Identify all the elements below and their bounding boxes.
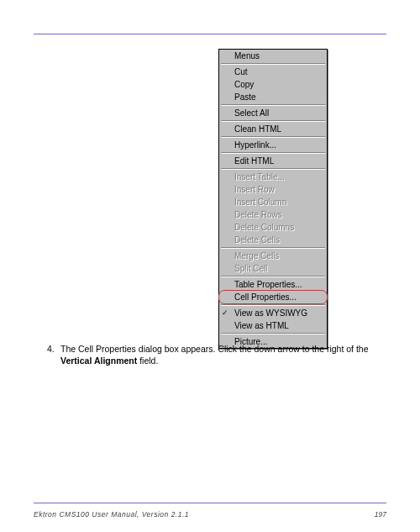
footer-page-number: 197	[375, 510, 386, 519]
menu-item[interactable]: Menus	[219, 50, 327, 62]
menu-item[interactable]: Cell Properties...	[219, 291, 327, 303]
step-bold: Vertical Alignment	[60, 356, 137, 366]
menu-separator	[221, 168, 325, 170]
menu-item: Delete Rows	[219, 208, 327, 221]
menu-item[interactable]: Edit HTML	[219, 155, 327, 167]
context-menu: MenusCutCopyPasteSelect AllClean HTMLHyp…	[218, 49, 328, 349]
menu-separator	[221, 333, 325, 334]
menu-item: Insert Column	[219, 196, 327, 208]
menu-item: Insert Row	[219, 183, 327, 196]
step-paragraph: 4. The Cell Properties dialog box appear…	[60, 343, 378, 366]
menu-separator	[221, 247, 325, 249]
menu-separator	[221, 104, 325, 106]
footer-left: Ektron CMS100 User Manual, Version 2.1.1	[34, 510, 189, 519]
checkmark-icon: ✓	[222, 308, 228, 319]
menu-separator	[221, 152, 325, 154]
menu-separator	[221, 136, 325, 138]
step-number: 4.	[47, 343, 55, 355]
menu-item: Insert Table...	[219, 171, 327, 183]
menu-separator	[221, 120, 325, 122]
menu-separator	[221, 63, 325, 65]
top-rule	[34, 34, 386, 34]
menu-item[interactable]: Select All	[219, 107, 327, 119]
menu-item: Delete Columns	[219, 221, 327, 234]
step-text-before: The Cell Properties dialog box appears. …	[60, 344, 369, 354]
menu-item[interactable]: View as WYSIWYG✓	[219, 307, 327, 319]
menu-item: Delete Cells	[219, 234, 327, 246]
step-text-after: field.	[137, 356, 158, 366]
menu-item[interactable]: Cut	[219, 66, 327, 78]
menu-item[interactable]: Paste	[219, 91, 327, 103]
menu-item: Split Cell	[219, 262, 327, 275]
menu-item[interactable]: Clean HTML	[219, 123, 327, 135]
menu-item[interactable]: Table Properties...	[219, 278, 327, 291]
menu-item[interactable]: View as HTML	[219, 319, 327, 332]
menu-item: Merge Cells	[219, 250, 327, 262]
menu-separator	[221, 304, 325, 306]
menu-item[interactable]: Copy	[219, 78, 327, 91]
footer-rule	[34, 503, 386, 503]
page: MenusCutCopyPasteSelect AllClean HTMLHyp…	[0, 0, 420, 532]
menu-item[interactable]: Hyperlink...	[219, 139, 327, 151]
menu-separator	[221, 276, 325, 277]
